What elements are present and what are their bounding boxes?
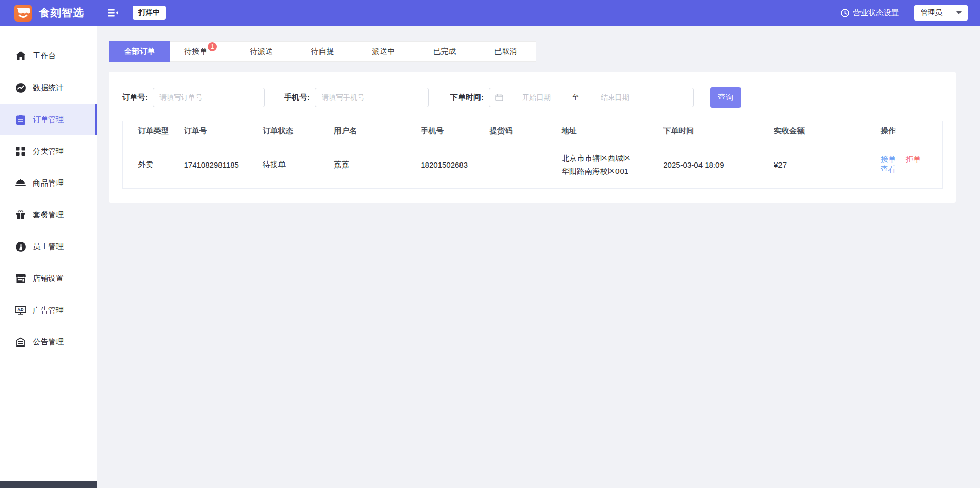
header-right: 营业状态设置 管理员 <box>841 5 968 21</box>
main-content: 全部订单待接单1待派送待自提派送中已完成已取消 订单号: 手机号: 下单时间: <box>97 26 980 488</box>
view-order-link[interactable]: 查看 <box>881 165 896 173</box>
column-header: 订单类型 <box>123 121 168 141</box>
column-header: 实收金额 <box>758 121 865 141</box>
tab-label: 待接单 <box>184 47 207 56</box>
cell-order-no: 1741082981185 <box>168 141 247 188</box>
cell-amount: ¥27 <box>758 141 865 188</box>
tab-count-badge: 1 <box>208 42 217 51</box>
sidebar-item-shop-settings[interactable]: 店铺设置 <box>0 262 97 294</box>
person-icon <box>15 241 26 252</box>
tab-pending-accept[interactable]: 待接单1 <box>170 41 231 62</box>
sidebar-bottom-bar <box>0 481 97 488</box>
sidebar-item-label: 分类管理 <box>33 147 64 156</box>
sidebar-item-label: 店铺设置 <box>33 274 64 283</box>
column-header: 订单号 <box>168 121 247 141</box>
cell-address: 北京市市辖区西城区华阳路南海校区001 <box>546 141 648 188</box>
column-header: 用户名 <box>318 121 405 141</box>
address-line: 华阳路南海校区001 <box>562 165 644 178</box>
tab-delivering[interactable]: 派送中 <box>353 41 414 62</box>
table-row: 外卖1741082981185待接单荔荔18201502683北京市市辖区西城区… <box>123 141 942 188</box>
column-header: 操作 <box>865 121 942 141</box>
query-button[interactable]: 查询 <box>710 87 741 108</box>
order-status-tabs: 全部订单待接单1待派送待自提派送中已完成已取消 <box>109 41 980 62</box>
chart-icon <box>15 83 26 93</box>
phone-label: 手机号: <box>284 93 310 103</box>
tab-label: 待派送 <box>250 47 273 56</box>
date-range-picker[interactable]: 至 <box>489 88 694 107</box>
sidebar-item-label: 员工管理 <box>33 242 64 252</box>
action-divider <box>926 156 926 162</box>
ad-board-icon: AD <box>15 305 26 315</box>
tab-label: 全部订单 <box>124 47 155 56</box>
sidebar-item-label: 套餐管理 <box>33 210 64 220</box>
column-header: 下单时间 <box>648 121 758 141</box>
svg-text:AD: AD <box>18 307 24 312</box>
end-date-input[interactable] <box>582 93 648 101</box>
accept-order-link[interactable]: 接单 <box>881 155 896 164</box>
app-root: 食刻智选 打烊中 营业状态设置 管理员 <box>0 0 980 488</box>
shop-status-badge: 打烊中 <box>133 6 166 20</box>
tab-label: 已取消 <box>494 47 517 56</box>
sidebar-item-statistics[interactable]: 数据统计 <box>0 72 97 104</box>
sidebar-item-categories[interactable]: 分类管理 <box>0 135 97 167</box>
sidebar-item-notices[interactable]: 公告管理 <box>0 326 97 358</box>
sidebar-item-ads[interactable]: AD广告管理 <box>0 294 97 326</box>
user-role-select[interactable]: 管理员 <box>914 5 968 21</box>
dish-icon <box>15 178 26 188</box>
phone-input[interactable] <box>315 88 429 107</box>
sidebar-item-combos[interactable]: 套餐管理 <box>0 199 97 231</box>
order-no-input[interactable] <box>153 88 265 107</box>
orders-panel: 订单号: 手机号: 下单时间: 至 <box>109 72 956 203</box>
grid-icon <box>15 146 26 156</box>
sidebar-item-label: 广告管理 <box>33 306 64 315</box>
business-status-setting[interactable]: 营业状态设置 <box>841 8 899 18</box>
tab-cancelled[interactable]: 已取消 <box>475 41 536 62</box>
tab-pending-delivery[interactable]: 待派送 <box>231 41 292 62</box>
calendar-icon <box>495 94 503 101</box>
cell-phone: 18201502683 <box>405 141 474 188</box>
sidebar-item-orders[interactable]: 订单管理 <box>0 104 97 135</box>
filter-bar: 订单号: 手机号: 下单时间: 至 <box>122 87 943 108</box>
date-range-separator: 至 <box>570 93 582 103</box>
sidebar-item-workbench[interactable]: 工作台 <box>0 40 97 72</box>
start-date-input[interactable] <box>503 93 570 101</box>
home-icon <box>15 51 26 61</box>
top-header: 食刻智选 打烊中 营业状态设置 管理员 <box>0 0 980 26</box>
cell-username: 荔荔 <box>318 141 405 188</box>
column-header: 提货码 <box>474 121 547 141</box>
order-time-label: 下单时间: <box>450 93 484 103</box>
announcement-icon <box>15 337 26 347</box>
user-role-value: 管理员 <box>921 8 942 17</box>
cell-pickup-code <box>474 141 547 188</box>
clipboard-icon <box>15 114 26 125</box>
gift-icon <box>15 210 26 220</box>
orders-table: 订单类型订单号订单状态用户名手机号提货码地址下单时间实收金额操作 外卖17410… <box>122 121 943 189</box>
reject-order-link[interactable]: 拒单 <box>906 155 921 164</box>
cell-order-time: 2025-03-04 18:09 <box>648 141 758 188</box>
app-title: 食刻智选 <box>39 6 84 20</box>
cell-actions: 接单拒单查看 <box>865 141 942 188</box>
address-line: 北京市市辖区西城区 <box>562 152 644 165</box>
clock-icon <box>841 9 849 17</box>
tab-label: 派送中 <box>372 47 395 56</box>
sidebar-item-label: 数据统计 <box>33 83 64 93</box>
sidebar-item-label: 订单管理 <box>33 115 64 125</box>
sidebar-item-staff[interactable]: 员工管理 <box>0 231 97 262</box>
tab-label: 待自提 <box>311 47 334 56</box>
chevron-down-icon <box>956 11 962 14</box>
sidebar-nav: 工作台数据统计订单管理分类管理商品管理套餐管理员工管理店铺设置AD广告管理公告管… <box>0 26 97 488</box>
sidebar-item-products[interactable]: 商品管理 <box>0 167 97 199</box>
action-divider <box>901 156 901 162</box>
sidebar-item-label: 商品管理 <box>33 178 64 188</box>
business-status-label: 营业状态设置 <box>853 8 899 18</box>
sidebar-item-label: 公告管理 <box>33 337 64 347</box>
column-header: 手机号 <box>405 121 474 141</box>
tab-completed[interactable]: 已完成 <box>414 41 475 62</box>
column-header: 订单状态 <box>247 121 318 141</box>
tab-all[interactable]: 全部订单 <box>109 41 170 62</box>
cell-order-type: 外卖 <box>123 141 168 188</box>
storefront-icon <box>15 273 26 283</box>
app-logo-icon <box>13 3 33 23</box>
sidebar-collapse-icon[interactable] <box>108 9 118 17</box>
tab-pending-pickup[interactable]: 待自提 <box>292 41 353 62</box>
